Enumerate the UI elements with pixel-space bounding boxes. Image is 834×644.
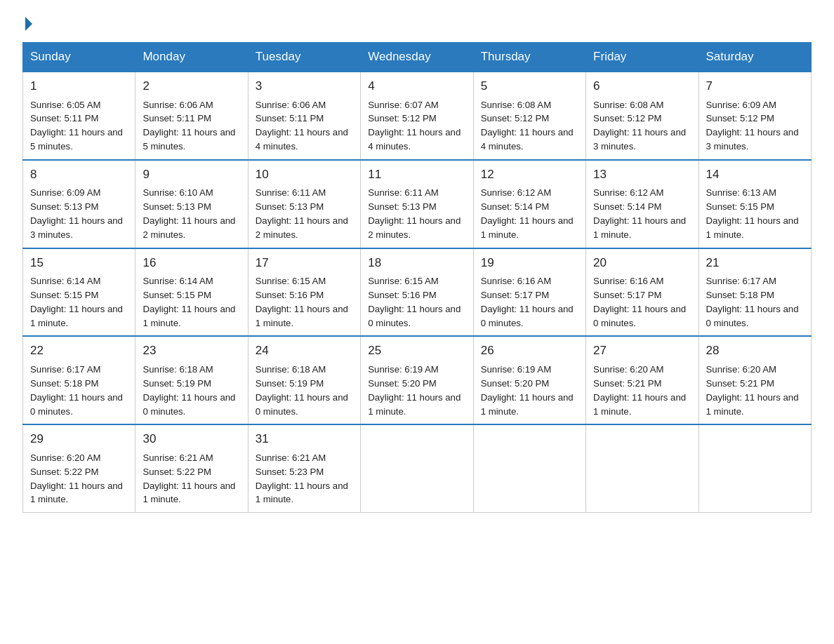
day-number: 25 [368, 342, 465, 360]
day-number: 3 [256, 78, 353, 95]
calendar-cell: 29Sunrise: 6:20 AMSunset: 5:22 PMDayligh… [23, 424, 135, 512]
calendar-cell: 4Sunrise: 6:07 AMSunset: 5:12 PMDaylight… [361, 72, 473, 160]
day-number: 27 [593, 342, 691, 360]
day-info: Sunrise: 6:18 AMSunset: 5:19 PMDaylight:… [256, 363, 353, 418]
logo-text [22, 17, 32, 31]
calendar-week-5: 29Sunrise: 6:20 AMSunset: 5:22 PMDayligh… [23, 424, 812, 512]
calendar-cell: 7Sunrise: 6:09 AMSunset: 5:12 PMDaylight… [699, 72, 811, 160]
day-info: Sunrise: 6:20 AMSunset: 5:22 PMDaylight:… [30, 451, 128, 507]
day-info: Sunrise: 6:20 AMSunset: 5:21 PMDaylight:… [706, 363, 804, 418]
calendar-cell: 28Sunrise: 6:20 AMSunset: 5:21 PMDayligh… [699, 336, 811, 424]
col-header-wednesday: Wednesday [361, 43, 473, 72]
calendar-cell: 26Sunrise: 6:19 AMSunset: 5:20 PMDayligh… [473, 336, 585, 424]
calendar-cell: 31Sunrise: 6:21 AMSunset: 5:23 PMDayligh… [248, 424, 360, 512]
day-info: Sunrise: 6:17 AMSunset: 5:18 PMDaylight:… [706, 274, 804, 330]
col-header-tuesday: Tuesday [248, 43, 360, 72]
calendar-cell: 30Sunrise: 6:21 AMSunset: 5:22 PMDayligh… [135, 424, 248, 512]
col-header-friday: Friday [586, 43, 699, 72]
calendar-week-1: 1Sunrise: 6:05 AMSunset: 5:11 PMDaylight… [23, 72, 812, 160]
day-info: Sunrise: 6:06 AMSunset: 5:11 PMDaylight:… [143, 98, 240, 154]
col-header-saturday: Saturday [699, 43, 811, 72]
day-info: Sunrise: 6:19 AMSunset: 5:20 PMDaylight:… [368, 363, 465, 418]
calendar-week-4: 22Sunrise: 6:17 AMSunset: 5:18 PMDayligh… [23, 336, 812, 424]
day-number: 13 [593, 166, 691, 184]
day-number: 14 [706, 166, 804, 184]
calendar-cell: 2Sunrise: 6:06 AMSunset: 5:11 PMDaylight… [135, 72, 248, 160]
calendar-cell: 24Sunrise: 6:18 AMSunset: 5:19 PMDayligh… [248, 336, 360, 424]
calendar-week-3: 15Sunrise: 6:14 AMSunset: 5:15 PMDayligh… [23, 248, 812, 337]
calendar-cell: 19Sunrise: 6:16 AMSunset: 5:17 PMDayligh… [473, 248, 585, 337]
day-info: Sunrise: 6:07 AMSunset: 5:12 PMDaylight:… [368, 98, 465, 154]
day-info: Sunrise: 6:12 AMSunset: 5:14 PMDaylight:… [593, 186, 691, 241]
day-number: 15 [30, 255, 128, 272]
day-info: Sunrise: 6:05 AMSunset: 5:11 PMDaylight:… [30, 98, 128, 154]
day-info: Sunrise: 6:09 AMSunset: 5:13 PMDaylight:… [30, 186, 128, 241]
day-number: 10 [256, 166, 353, 184]
calendar-cell: 10Sunrise: 6:11 AMSunset: 5:13 PMDayligh… [248, 160, 360, 248]
calendar-cell: 17Sunrise: 6:15 AMSunset: 5:16 PMDayligh… [248, 248, 360, 337]
day-info: Sunrise: 6:16 AMSunset: 5:17 PMDaylight:… [481, 274, 578, 330]
calendar-cell: 22Sunrise: 6:17 AMSunset: 5:18 PMDayligh… [23, 336, 135, 424]
day-number: 2 [143, 78, 240, 95]
day-number: 9 [143, 166, 240, 184]
day-info: Sunrise: 6:11 AMSunset: 5:13 PMDaylight:… [256, 186, 353, 241]
calendar-cell [699, 424, 811, 512]
day-number: 19 [481, 255, 578, 272]
calendar-cell: 5Sunrise: 6:08 AMSunset: 5:12 PMDaylight… [473, 72, 585, 160]
day-info: Sunrise: 6:19 AMSunset: 5:20 PMDaylight:… [481, 363, 578, 418]
col-header-monday: Monday [135, 43, 248, 72]
day-number: 6 [593, 78, 691, 95]
day-number: 16 [143, 255, 240, 272]
calendar-cell: 9Sunrise: 6:10 AMSunset: 5:13 PMDaylight… [135, 160, 248, 248]
calendar-cell: 23Sunrise: 6:18 AMSunset: 5:19 PMDayligh… [135, 336, 248, 424]
calendar-cell: 21Sunrise: 6:17 AMSunset: 5:18 PMDayligh… [699, 248, 811, 337]
day-info: Sunrise: 6:18 AMSunset: 5:19 PMDaylight:… [143, 363, 240, 418]
calendar-cell: 11Sunrise: 6:11 AMSunset: 5:13 PMDayligh… [361, 160, 473, 248]
calendar-cell: 20Sunrise: 6:16 AMSunset: 5:17 PMDayligh… [586, 248, 699, 337]
day-info: Sunrise: 6:17 AMSunset: 5:18 PMDaylight:… [30, 363, 128, 418]
day-info: Sunrise: 6:08 AMSunset: 5:12 PMDaylight:… [593, 98, 691, 154]
day-number: 29 [30, 431, 128, 448]
day-number: 17 [256, 255, 353, 272]
calendar-cell [361, 424, 473, 512]
col-header-thursday: Thursday [473, 43, 585, 72]
logo-arrow-icon [25, 17, 32, 31]
calendar-table: SundayMondayTuesdayWednesdayThursdayFrid… [22, 42, 812, 513]
calendar-cell: 1Sunrise: 6:05 AMSunset: 5:11 PMDaylight… [23, 72, 135, 160]
day-info: Sunrise: 6:10 AMSunset: 5:13 PMDaylight:… [143, 186, 240, 241]
day-number: 5 [481, 78, 578, 95]
day-info: Sunrise: 6:20 AMSunset: 5:21 PMDaylight:… [593, 363, 691, 418]
calendar-cell: 25Sunrise: 6:19 AMSunset: 5:20 PMDayligh… [361, 336, 473, 424]
day-number: 28 [706, 342, 804, 360]
day-number: 18 [368, 255, 465, 272]
day-number: 12 [481, 166, 578, 184]
day-info: Sunrise: 6:08 AMSunset: 5:12 PMDaylight:… [481, 98, 578, 154]
day-number: 1 [30, 78, 128, 95]
day-info: Sunrise: 6:15 AMSunset: 5:16 PMDaylight:… [256, 274, 353, 330]
day-info: Sunrise: 6:11 AMSunset: 5:13 PMDaylight:… [368, 186, 465, 241]
day-number: 31 [256, 431, 353, 448]
day-number: 21 [706, 255, 804, 272]
day-number: 24 [256, 342, 353, 360]
calendar-cell: 27Sunrise: 6:20 AMSunset: 5:21 PMDayligh… [586, 336, 699, 424]
calendar-cell: 3Sunrise: 6:06 AMSunset: 5:11 PMDaylight… [248, 72, 360, 160]
day-number: 22 [30, 342, 128, 360]
day-info: Sunrise: 6:13 AMSunset: 5:15 PMDaylight:… [706, 186, 804, 241]
day-number: 23 [143, 342, 240, 360]
day-info: Sunrise: 6:09 AMSunset: 5:12 PMDaylight:… [706, 98, 804, 154]
day-number: 26 [481, 342, 578, 360]
day-info: Sunrise: 6:15 AMSunset: 5:16 PMDaylight:… [368, 274, 465, 330]
calendar-cell: 18Sunrise: 6:15 AMSunset: 5:16 PMDayligh… [361, 248, 473, 337]
day-number: 4 [368, 78, 465, 95]
day-info: Sunrise: 6:06 AMSunset: 5:11 PMDaylight:… [256, 98, 353, 154]
calendar-cell: 15Sunrise: 6:14 AMSunset: 5:15 PMDayligh… [23, 248, 135, 337]
day-number: 20 [593, 255, 691, 272]
day-number: 7 [706, 78, 804, 95]
page-header [22, 17, 812, 28]
calendar-cell: 12Sunrise: 6:12 AMSunset: 5:14 PMDayligh… [473, 160, 585, 248]
calendar-cell: 13Sunrise: 6:12 AMSunset: 5:14 PMDayligh… [586, 160, 699, 248]
day-info: Sunrise: 6:21 AMSunset: 5:23 PMDaylight:… [256, 451, 353, 507]
day-info: Sunrise: 6:21 AMSunset: 5:22 PMDaylight:… [143, 451, 240, 507]
calendar-cell: 16Sunrise: 6:14 AMSunset: 5:15 PMDayligh… [135, 248, 248, 337]
day-number: 11 [368, 166, 465, 184]
